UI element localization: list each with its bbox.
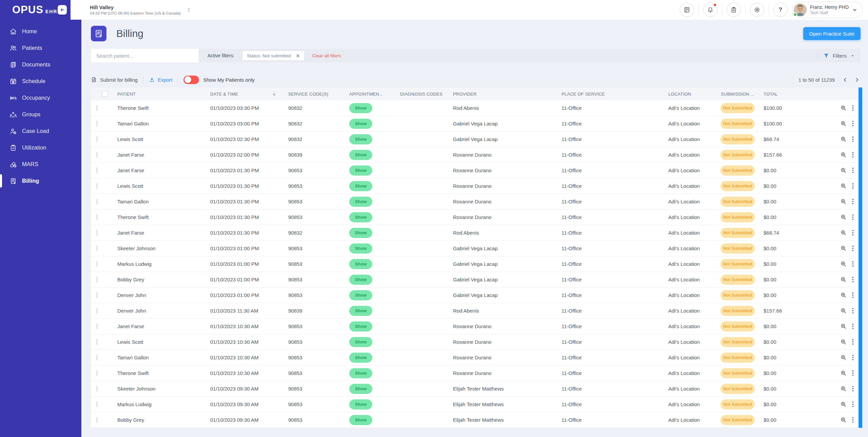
column-header-appointment[interactable]: APPOINTMEN... <box>344 92 395 97</box>
next-page-button[interactable] <box>853 76 861 83</box>
zoom-in-icon[interactable] <box>840 245 847 252</box>
column-header-service-codes[interactable]: SERVICE CODE(S) <box>283 92 344 97</box>
row-checkbox[interactable] <box>97 417 97 423</box>
show-appointment-button[interactable]: Show <box>349 259 372 269</box>
sidebar-item-case-load[interactable]: Case Load <box>0 123 81 139</box>
open-practice-suite-button[interactable]: Open Practice Suite <box>803 27 861 40</box>
show-appointment-button[interactable]: Show <box>349 337 372 347</box>
kebab-menu-icon[interactable] <box>852 307 854 314</box>
kebab-menu-icon[interactable] <box>852 136 854 142</box>
row-checkbox[interactable] <box>97 401 97 407</box>
kebab-menu-icon[interactable] <box>852 245 854 252</box>
row-checkbox[interactable] <box>97 214 97 220</box>
kebab-menu-icon[interactable] <box>852 385 854 392</box>
show-appointment-button[interactable]: Show <box>349 384 372 394</box>
zoom-in-icon[interactable] <box>840 385 847 392</box>
sidebar-item-patients[interactable]: Patients <box>0 40 81 56</box>
show-appointment-button[interactable]: Show <box>349 275 372 285</box>
prev-page-button[interactable] <box>842 76 849 83</box>
select-all-checkbox[interactable] <box>102 91 108 97</box>
show-appointment-button[interactable]: Show <box>349 134 372 144</box>
kebab-menu-icon[interactable] <box>852 339 854 345</box>
facility-selector[interactable]: Hill Valley 04:33 PM (UTC-05:00) Eastern… <box>90 4 181 15</box>
show-appointment-button[interactable]: Show <box>349 165 372 176</box>
row-checkbox[interactable] <box>97 136 97 142</box>
zoom-in-icon[interactable] <box>840 230 847 236</box>
filter-chip-status[interactable]: Status: Not submitted <box>242 51 305 61</box>
zoom-in-icon[interactable] <box>840 198 847 205</box>
zoom-in-icon[interactable] <box>840 152 847 158</box>
tasks-button[interactable] <box>727 3 741 17</box>
show-appointment-button[interactable]: Show <box>349 212 372 222</box>
row-checkbox[interactable] <box>97 370 97 376</box>
show-appointment-button[interactable]: Show <box>349 150 372 160</box>
sidebar-item-utilization[interactable]: Utilization <box>0 139 81 156</box>
kebab-menu-icon[interactable] <box>852 214 854 220</box>
show-appointment-button[interactable]: Show <box>349 321 372 332</box>
zoom-in-icon[interactable] <box>840 370 847 376</box>
row-checkbox[interactable] <box>97 355 97 360</box>
row-checkbox[interactable] <box>97 339 97 345</box>
zoom-in-icon[interactable] <box>840 105 847 111</box>
row-checkbox[interactable] <box>97 105 97 111</box>
show-appointment-button[interactable]: Show <box>349 415 372 425</box>
row-checkbox[interactable] <box>97 308 97 314</box>
kebab-menu-icon[interactable] <box>852 230 854 236</box>
sidebar-item-groups[interactable]: Groups <box>0 106 81 123</box>
zoom-in-icon[interactable] <box>840 339 847 345</box>
kebab-menu-icon[interactable] <box>852 261 854 267</box>
kebab-menu-icon[interactable] <box>852 323 854 330</box>
row-checkbox[interactable] <box>97 292 97 298</box>
kebab-menu-icon[interactable] <box>852 105 854 111</box>
show-appointment-button[interactable]: Show <box>349 197 372 207</box>
column-header-total[interactable]: TOTAL <box>760 92 827 97</box>
show-appointment-button[interactable]: Show <box>349 290 372 300</box>
row-checkbox[interactable] <box>97 183 97 189</box>
sidebar-item-mars[interactable]: MARS <box>0 156 81 173</box>
sidebar-item-schedule[interactable]: Schedule <box>0 73 81 90</box>
kebab-menu-icon[interactable] <box>852 292 854 298</box>
column-header-place-of-service[interactable]: PLACE OF SERVICE <box>556 92 663 97</box>
zoom-in-icon[interactable] <box>840 276 847 283</box>
vertical-scrollbar[interactable] <box>859 87 862 428</box>
kebab-menu-icon[interactable] <box>852 370 854 376</box>
sidebar-item-documents[interactable]: Documents <box>0 56 81 73</box>
settings-button[interactable] <box>750 3 764 17</box>
show-appointment-button[interactable]: Show <box>349 353 372 363</box>
kebab-menu-icon[interactable] <box>852 354 854 361</box>
show-appointment-button[interactable]: Show <box>349 103 372 113</box>
row-checkbox[interactable] <box>97 277 97 282</box>
column-header-submission[interactable]: SUBMISSION ... <box>715 92 760 97</box>
show-appointment-button[interactable]: Show <box>349 399 372 410</box>
submit-for-billing-button[interactable]: Submit for billing <box>91 77 138 83</box>
kebab-menu-icon[interactable] <box>852 120 854 127</box>
zoom-in-icon[interactable] <box>840 120 847 127</box>
row-checkbox[interactable] <box>97 261 97 267</box>
search-input[interactable] <box>91 49 199 62</box>
zoom-in-icon[interactable] <box>840 417 847 423</box>
row-checkbox[interactable] <box>97 386 97 392</box>
zoom-in-icon[interactable] <box>840 354 847 361</box>
row-checkbox[interactable] <box>97 245 97 251</box>
zoom-in-icon[interactable] <box>840 183 847 189</box>
unfold-icon[interactable] <box>186 7 192 13</box>
sidebar-collapse-button[interactable] <box>58 5 67 15</box>
kebab-menu-icon[interactable] <box>852 183 854 189</box>
filters-dropdown[interactable]: Filters <box>817 52 861 59</box>
show-appointment-button[interactable]: Show <box>349 181 372 191</box>
zoom-in-icon[interactable] <box>840 292 847 298</box>
zoom-in-icon[interactable] <box>840 307 847 314</box>
column-header-diagnosis-codes[interactable]: DIAGNOSIS CODES <box>395 92 448 97</box>
kebab-menu-icon[interactable] <box>852 276 854 283</box>
row-checkbox[interactable] <box>97 230 97 236</box>
remove-filter-icon[interactable] <box>296 54 300 58</box>
kebab-menu-icon[interactable] <box>852 401 854 408</box>
zoom-in-icon[interactable] <box>840 323 847 330</box>
column-header-patient[interactable]: PATIENT <box>110 92 205 97</box>
show-appointment-button[interactable]: Show <box>349 228 372 238</box>
kebab-menu-icon[interactable] <box>852 152 854 158</box>
zoom-in-icon[interactable] <box>840 167 847 174</box>
column-header-location[interactable]: LOCATION <box>663 92 715 97</box>
help-button[interactable]: ? <box>773 3 788 17</box>
row-checkbox[interactable] <box>97 199 97 204</box>
